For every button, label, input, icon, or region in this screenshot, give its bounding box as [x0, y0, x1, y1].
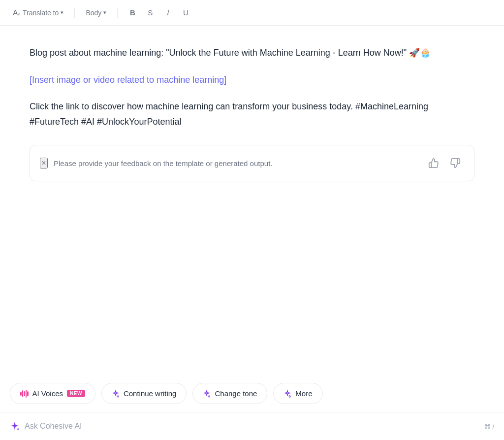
toolbar-format-divider: [117, 8, 118, 18]
bold-icon: B: [130, 8, 135, 17]
change-tone-button[interactable]: Change tone: [192, 383, 267, 404]
strikethrough-button[interactable]: S: [143, 6, 157, 20]
toolbar: 𝖠ₐ Translate to ▾ Body ▾ B S I U: [0, 0, 504, 26]
toolbar-divider: [74, 8, 75, 18]
more-button[interactable]: More: [273, 383, 322, 404]
insert-placeholder-text: [Insert image or video related to machin…: [30, 72, 474, 88]
change-tone-label: Change tone: [215, 389, 257, 398]
translate-button[interactable]: 𝖠ₐ Translate to ▾: [10, 6, 66, 19]
italic-button[interactable]: I: [161, 6, 175, 20]
thumbs-up-icon: [428, 158, 439, 169]
ai-voices-button[interactable]: AI Voices NEW: [10, 383, 95, 404]
feedback-close-button[interactable]: ×: [40, 158, 48, 169]
thumbs-down-icon: [450, 158, 461, 169]
underline-label: U: [183, 8, 189, 17]
ask-ai-shortcut: ⌘ /: [484, 423, 494, 430]
translate-chevron: ▾: [61, 9, 63, 16]
underline-button[interactable]: U: [179, 6, 192, 20]
body-label: Body: [86, 9, 101, 17]
italic-label: I: [167, 8, 169, 17]
blog-title-text: Blog post about machine learning: "Unloc…: [30, 45, 474, 61]
ai-voices-label: AI Voices: [32, 389, 63, 398]
strikethrough-label: S: [148, 8, 153, 17]
ask-ai-left: Ask Cohesive AI: [10, 421, 82, 431]
ai-voices-icon: [20, 390, 29, 398]
thumbs-up-button[interactable]: [425, 154, 442, 172]
ask-ai-placeholder: Ask Cohesive AI: [25, 422, 82, 431]
change-tone-sparkle-icon: [203, 390, 211, 398]
continue-writing-sparkle-icon: [112, 390, 120, 398]
feedback-box: × Please provide your feedback on the te…: [30, 145, 474, 181]
ask-ai-sparkle-icon: [10, 421, 20, 431]
continue-writing-label: Continue writing: [124, 389, 177, 398]
ai-voices-new-badge: NEW: [67, 390, 85, 397]
translate-icon: 𝖠ₐ: [13, 8, 21, 17]
feedback-text: Please provide your feedback on the temp…: [54, 159, 419, 168]
content-area: Blog post about machine learning: "Unloc…: [0, 26, 504, 201]
continue-writing-button[interactable]: Continue writing: [101, 383, 187, 404]
cta-hashtag-text: Click the link to discover how machine l…: [30, 99, 474, 129]
bold-button[interactable]: B: [126, 6, 139, 20]
bottom-bar: AI Voices NEW Continue writing Change to…: [0, 375, 504, 440]
translate-label: Translate to: [23, 9, 59, 17]
body-style-button[interactable]: Body ▾: [83, 7, 109, 19]
body-chevron: ▾: [103, 9, 106, 16]
more-sparkle-icon: [284, 390, 291, 398]
feedback-actions: [425, 154, 464, 172]
more-label: More: [295, 389, 312, 398]
action-buttons-row: AI Voices NEW Continue writing Change to…: [0, 375, 504, 412]
ask-ai-bar[interactable]: Ask Cohesive AI ⌘ /: [0, 412, 504, 440]
thumbs-down-button[interactable]: [446, 154, 464, 172]
